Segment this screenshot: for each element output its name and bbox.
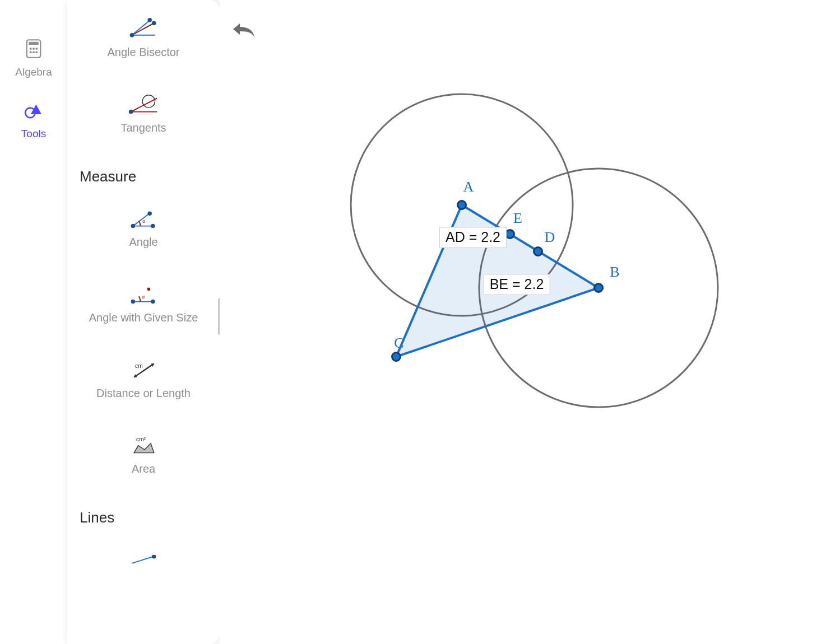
svg-point-18 [129, 110, 133, 114]
svg-point-26 [131, 300, 135, 304]
tool-label: Angle Bisector [108, 45, 180, 60]
svg-point-7 [35, 51, 38, 53]
svg-text:α: α [142, 218, 145, 224]
angle-icon: α [128, 207, 159, 231]
svg-line-16 [131, 99, 157, 112]
svg-point-28 [147, 288, 151, 291]
svg-point-23 [147, 212, 151, 216]
tool-label: Distance or Length [96, 386, 191, 401]
tool-label: Area [132, 461, 155, 477]
svg-point-14 [147, 18, 151, 22]
tool-area[interactable]: cm² Area [77, 433, 210, 477]
svg-point-6 [33, 51, 35, 53]
svg-line-9 [132, 23, 155, 35]
svg-point-15 [142, 95, 155, 108]
area-icon: cm² [128, 433, 159, 458]
measure-AD[interactable]: AD = 2.2 [439, 227, 507, 248]
svg-point-36 [152, 555, 156, 559]
point-C[interactable] [391, 352, 401, 362]
tool-angle[interactable]: α Angle [77, 207, 210, 250]
label-A: A [463, 179, 474, 195]
label-B: B [610, 264, 619, 281]
svg-point-22 [151, 224, 155, 228]
angle-given-icon: α [128, 282, 159, 307]
svg-line-35 [132, 556, 155, 563]
section-measure: Measure [80, 168, 210, 185]
tool-panel: Angle Bisector Tangents Measure α Angle … [67, 0, 220, 644]
svg-text:cm: cm [135, 363, 143, 369]
geometry-stage[interactable]: A B C D E AD = 2.2 BE = 2.2 [220, 0, 835, 644]
tool-tangents[interactable]: Tangents [77, 92, 210, 136]
geometry-svg [220, 0, 835, 644]
svg-point-27 [151, 300, 155, 304]
tool-label: Angle with Given Size [89, 310, 198, 325]
distance-icon: cm [128, 358, 159, 382]
tool-angle-bisector[interactable]: Angle Bisector [77, 17, 210, 60]
measure-BE[interactable]: BE = 2.2 [484, 274, 550, 295]
svg-rect-1 [29, 42, 39, 45]
svg-point-2 [30, 48, 32, 50]
view-tools[interactable]: Tools [0, 93, 67, 155]
view-algebra-label: Algebra [15, 66, 52, 78]
section-lines: Lines [80, 509, 210, 526]
svg-text:α: α [142, 294, 145, 300]
angle-bisector-icon [128, 17, 159, 41]
calculator-icon [22, 37, 45, 60]
tool-label: Tangents [120, 120, 166, 136]
point-A[interactable] [457, 200, 467, 210]
view-tools-label: Tools [21, 128, 46, 140]
label-C: C [394, 335, 403, 352]
canvas[interactable]: A B C D E AD = 2.2 BE = 2.2 [220, 0, 835, 644]
tool-label: Angle [129, 235, 157, 250]
svg-point-12 [130, 33, 134, 37]
svg-point-13 [152, 21, 156, 25]
line-icon [128, 548, 159, 572]
point-B[interactable] [593, 283, 604, 293]
svg-text:cm²: cm² [136, 437, 146, 443]
tangents-icon [128, 92, 159, 117]
point-D[interactable] [533, 246, 543, 256]
svg-point-5 [30, 51, 32, 53]
label-E: E [513, 210, 522, 227]
svg-point-21 [131, 224, 135, 228]
tool-line-partial[interactable] [77, 548, 210, 572]
svg-line-11 [132, 20, 151, 35]
shapes-icon [22, 99, 45, 122]
view-algebra[interactable]: Algebra [0, 31, 67, 93]
label-D: D [545, 229, 555, 246]
svg-point-4 [35, 48, 38, 50]
tool-distance[interactable]: cm Distance or Length [77, 358, 210, 401]
tool-angle-given-size[interactable]: α Angle with Given Size [77, 282, 210, 325]
svg-point-3 [33, 48, 35, 50]
view-rail: Algebra Tools [0, 0, 67, 644]
